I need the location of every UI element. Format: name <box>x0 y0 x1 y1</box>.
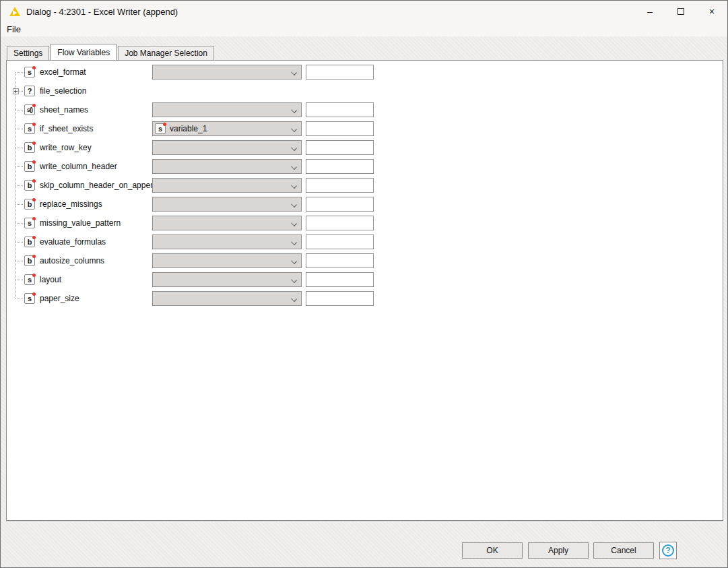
help-icon: ? <box>662 544 674 557</box>
tree-connector <box>15 148 23 148</box>
variable-value-field[interactable] <box>306 253 374 268</box>
dropdown-selected-value: variable_1 <box>170 124 207 133</box>
variable-value-field[interactable] <box>306 121 374 136</box>
chevron-down-icon <box>291 258 297 264</box>
variable-dropdown[interactable] <box>152 291 302 306</box>
menu-file[interactable]: File <box>2 23 26 36</box>
variable-value-field[interactable] <box>306 178 374 193</box>
variable-name-label[interactable]: missing_value_pattern <box>40 218 121 228</box>
tree-row-layout: s layout <box>7 270 723 289</box>
variable-name-label[interactable]: write_row_key <box>40 143 92 152</box>
variable-type-icon: ? <box>24 86 35 96</box>
maximize-button[interactable] <box>665 1 696 22</box>
variable-name-label[interactable]: file_selection <box>40 86 86 96</box>
variable-type-icon: b <box>24 199 35 210</box>
variable-name-label[interactable]: paper_size <box>40 294 79 303</box>
variable-name-label[interactable]: evaluate_formulas <box>40 237 106 247</box>
ok-button[interactable]: OK <box>462 542 523 559</box>
title-bar: Dialog - 4:2301 - Excel Writer (append) … <box>1 1 727 22</box>
chevron-down-icon <box>291 201 297 208</box>
variable-name-label[interactable]: layout <box>40 275 61 284</box>
variable-type-icon: s() <box>24 104 35 115</box>
tree-row-sheet_names: s() sheet_names <box>7 100 723 119</box>
chevron-down-icon <box>291 183 297 189</box>
dialog-window: Dialog - 4:2301 - Excel Writer (append) … <box>0 0 728 568</box>
variable-dropdown[interactable] <box>152 197 302 212</box>
variable-value-field[interactable] <box>306 291 374 306</box>
variable-type-icon: s <box>24 67 35 77</box>
tree-row-autosize_columns: b autosize_columns <box>7 251 723 270</box>
variable-dropdown[interactable] <box>152 178 302 193</box>
variable-dropdown[interactable] <box>152 65 302 80</box>
variable-name-label[interactable]: sheet_names <box>40 105 88 115</box>
tree-connector <box>15 166 23 167</box>
tab-settings[interactable]: Settings <box>7 46 49 60</box>
variable-value-field[interactable] <box>306 65 374 80</box>
tab-flow-variables[interactable]: Flow Variables <box>51 44 117 60</box>
chevron-down-icon <box>291 164 297 170</box>
apply-button[interactable]: Apply <box>528 542 589 559</box>
tree-row-write_column_header: b write_column_header <box>7 157 723 176</box>
tree-connector <box>15 223 23 224</box>
chevron-down-icon <box>291 145 297 151</box>
variable-value-field[interactable] <box>306 102 374 117</box>
variable-name-label[interactable]: skip_column_header_on_append <box>40 181 159 190</box>
chevron-down-icon <box>291 107 297 113</box>
variable-dropdown[interactable] <box>152 272 302 287</box>
variable-value-field[interactable] <box>306 272 374 287</box>
tree-connector <box>15 72 23 73</box>
tree-row-evaluate_formulas: b evaluate_formulas <box>7 232 723 251</box>
variable-dropdown[interactable] <box>152 253 302 268</box>
variable-name-label[interactable]: autosize_columns <box>40 256 104 265</box>
variable-type-icon: s <box>24 218 35 228</box>
tree-row-excel_format: s excel_format <box>7 63 723 82</box>
tree-connector <box>15 242 23 243</box>
variable-value-field[interactable] <box>306 197 374 212</box>
cancel-button[interactable]: Cancel <box>593 542 654 559</box>
variable-name-label[interactable]: replace_missings <box>40 199 102 209</box>
chevron-down-icon <box>291 296 297 302</box>
variable-name-label[interactable]: write_column_header <box>40 162 117 171</box>
expand-plus-icon[interactable] <box>13 88 19 94</box>
minimize-button[interactable]: – <box>634 1 665 22</box>
variable-value-field[interactable] <box>306 159 374 174</box>
tree-connector <box>15 185 23 186</box>
variable-value-field[interactable] <box>306 234 374 249</box>
window-title: Dialog - 4:2301 - Excel Writer (append) <box>26 7 178 17</box>
variable-type-icon: s <box>24 274 35 285</box>
tree-row-missing_value_pattern: s missing_value_pattern <box>7 214 723 232</box>
variable-dropdown[interactable] <box>152 159 302 174</box>
tree-connector <box>15 298 23 299</box>
variable-value-field[interactable] <box>306 216 374 230</box>
tree-row-paper_size: s paper_size <box>7 289 723 308</box>
tree-connector <box>15 280 23 280</box>
variable-dropdown[interactable] <box>152 234 302 249</box>
tree-row-if_sheet_exists: s if_sheet_exists s variable_1 <box>7 119 723 138</box>
flow-variables-panel: s excel_format ? file_selection s() shee… <box>6 60 723 521</box>
flow-variable-tree: s excel_format ? file_selection s() shee… <box>7 61 723 520</box>
variable-dropdown[interactable] <box>152 216 302 230</box>
variable-value-field[interactable] <box>306 140 374 155</box>
chevron-down-icon <box>291 239 297 245</box>
tree-row-skip_column_header_on_append: b skip_column_header_on_append <box>7 176 723 195</box>
variable-type-icon: b <box>24 255 35 266</box>
variable-type-icon: s <box>24 293 35 304</box>
close-button[interactable]: × <box>696 1 727 22</box>
tree-row-write_row_key: b write_row_key <box>7 138 723 157</box>
variable-type-icon: b <box>24 180 35 191</box>
variable-name-label[interactable]: if_sheet_exists <box>40 124 93 133</box>
variable-dropdown[interactable] <box>152 140 302 155</box>
variable-name-label[interactable]: excel_format <box>40 67 86 77</box>
variable-dropdown[interactable]: s variable_1 <box>152 121 302 136</box>
string-variable-icon: s <box>155 123 166 134</box>
tab-job-manager-selection[interactable]: Job Manager Selection <box>118 46 214 60</box>
tree-connector <box>15 110 23 111</box>
chevron-down-icon <box>291 126 297 132</box>
variable-type-icon: b <box>24 142 35 153</box>
chevron-down-icon <box>291 277 297 283</box>
help-button[interactable]: ? <box>659 542 677 559</box>
variable-type-icon: b <box>24 161 35 172</box>
variable-dropdown[interactable] <box>152 102 302 117</box>
variable-type-icon: b <box>24 236 35 247</box>
maximize-icon <box>677 8 684 15</box>
